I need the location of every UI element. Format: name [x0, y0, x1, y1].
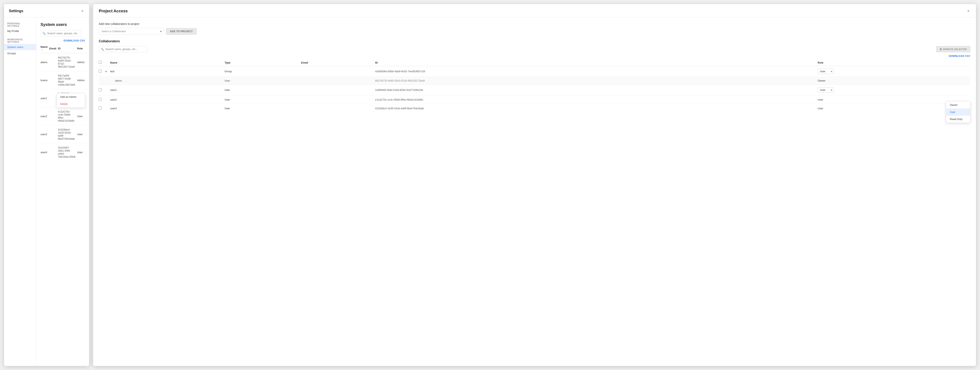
expand-cell	[105, 95, 110, 104]
sub-email	[301, 77, 375, 85]
collab-email	[301, 95, 375, 104]
user-email	[49, 71, 58, 89]
collab-download-csv-button[interactable]: DOWNLOAD CSV	[949, 55, 970, 57]
role-select[interactable]: User	[818, 68, 834, 74]
row-menu-button[interactable]: ⋮	[86, 114, 89, 119]
user-menu-cell	[86, 53, 89, 71]
row-menu-button[interactable]: ⋮	[86, 132, 89, 137]
collab-table: Name ↑ Type Email ID Role ▾ test Group 4…	[99, 59, 970, 113]
collab-id: 1e90945f-4fad-519d-8282-0cd77e5fe15b	[375, 85, 818, 95]
user-role: Admin	[77, 71, 86, 89]
user-menu-cell: ⋮	[86, 143, 89, 161]
role-select[interactable]: User	[818, 87, 834, 93]
user-menu-cell: ⋮	[86, 107, 89, 125]
expand-cell	[105, 104, 110, 113]
row-menu-button[interactable]: ⋮	[86, 95, 89, 101]
row-checkbox[interactable]	[99, 98, 102, 101]
expand-button[interactable]: ▾	[105, 70, 107, 73]
role-text: User	[818, 98, 823, 101]
row-checkbox-cell	[99, 85, 105, 95]
user-role: Admin	[77, 53, 86, 71]
col-email: Email	[301, 59, 375, 66]
user-email	[49, 107, 58, 125]
collab-name: user3	[110, 104, 224, 113]
role-select-wrap: User	[818, 68, 834, 74]
col-name: Name ↑	[110, 59, 224, 66]
project-title: Project Access	[99, 9, 128, 13]
add-to-project-button[interactable]: ADD TO PROJECT	[166, 28, 197, 35]
row-checkbox[interactable]	[99, 106, 102, 110]
add-collab-section: Add new collaborators to project Select …	[99, 22, 970, 35]
sub-id: 66276276-4e85-50a3-87a2-f99135171be8	[375, 77, 818, 85]
context-menu-delete[interactable]: Delete	[57, 100, 85, 108]
list-item: user3 User 41528dc4-1b35-541b-bd9f-f8a47…	[99, 104, 970, 113]
collab-select[interactable]: Select a Collaborator	[99, 28, 164, 35]
user-email	[49, 143, 58, 161]
settings-nav: Personal Settings My Profile Workspace S…	[4, 17, 37, 366]
collab-search-wrap: 🔍	[99, 46, 147, 52]
table-row: truera 59c7a40f-d827-51d8-98a6-c469c29b7…	[40, 71, 89, 89]
user-name: user2	[40, 107, 49, 125]
collab-email	[301, 66, 375, 77]
select-all-checkbox[interactable]	[99, 61, 102, 64]
user-email	[49, 125, 58, 143]
sort-arrow-name: ↑	[118, 61, 119, 64]
row-menu-button[interactable]: ⋮	[86, 78, 89, 83]
user-name: ailens	[40, 53, 49, 71]
role-option-user[interactable]: User	[946, 108, 970, 116]
collab-role: User	[818, 66, 970, 77]
role-text: User	[818, 107, 823, 110]
sidebar-item-groups[interactable]: Groups	[4, 50, 36, 57]
project-header: Project Access ×	[93, 4, 976, 17]
collab-type: User	[224, 95, 301, 104]
table-row: user4 f3103397-26b1-54f6-a464-7b616de135…	[40, 143, 89, 161]
search-icon: 🔍	[43, 32, 46, 35]
collab-type: Group	[224, 66, 301, 77]
collab-search-icon: 🔍	[101, 48, 104, 51]
collaborators-section: Collaborators 🔍 🗑 REMOVE SELECTED DOWNLO…	[99, 40, 970, 113]
user-id: e11d170c-cc4c-55b9-9f5e-f46d21416d9c	[58, 107, 77, 125]
col-checkbox	[99, 59, 105, 66]
user-role: User	[77, 107, 86, 125]
expand-cell: ▾	[105, 66, 110, 77]
search-wrap: 🔍	[40, 30, 85, 37]
list-item: ▾ test Group 43d0006d-d566-4ab9-9c92-7ee…	[99, 66, 970, 77]
col-role: Role	[818, 59, 970, 66]
collab-id: 43d0006d-d566-4ab9-9c92-7ee063657c26	[375, 66, 818, 77]
collab-email	[301, 85, 375, 95]
row-checkbox[interactable]	[99, 70, 102, 73]
collab-id: e11d170c-cc4c-55b9-9f5e-f46d21416d9c	[375, 95, 818, 104]
role-select-wrap: User	[818, 87, 834, 93]
sidebar-item-my-profile[interactable]: My Profile	[4, 28, 36, 34]
remove-selected-button[interactable]: 🗑 REMOVE SELECTED	[936, 46, 970, 52]
search-input[interactable]	[40, 30, 81, 37]
collab-type: User	[224, 85, 301, 95]
role-option-owner[interactable]: Owner	[946, 102, 970, 108]
sidebar-item-system-users[interactable]: System users	[4, 44, 36, 50]
collab-search-input[interactable]	[99, 46, 147, 52]
col-name: Name ↑	[40, 44, 49, 53]
role-option-readonly[interactable]: Read-Only	[946, 116, 970, 123]
settings-close-button[interactable]: ×	[80, 8, 84, 14]
collab-toolbar: 🔍 🗑 REMOVE SELECTED	[99, 46, 970, 52]
collab-email	[301, 104, 375, 113]
context-menu-add-admin[interactable]: Add as Admin	[57, 93, 85, 100]
context-menu: Add as Admin Delete	[57, 93, 85, 108]
row-checkbox[interactable]	[99, 88, 102, 91]
settings-body: Personal Settings My Profile Workspace S…	[4, 17, 89, 366]
sub-checkbox-cell	[99, 77, 105, 85]
collab-select-wrap: Select a Collaborator ▾	[99, 28, 164, 35]
table-row: ailens 66276276-4e85-50a3-87a2-f99135171…	[40, 53, 89, 71]
download-csv-button[interactable]: DOWNLOAD CSV	[64, 39, 85, 42]
collab-id: 41528dc4-1b35-541b-bd9f-f8a4744e3dab	[375, 104, 818, 113]
user-menu-cell: ⋮	[86, 125, 89, 143]
trash-icon: 🗑	[940, 48, 942, 51]
col-email: Email	[49, 44, 58, 53]
sub-name: ailens	[110, 77, 224, 85]
expand-cell	[105, 85, 110, 95]
project-close-button[interactable]: ×	[966, 8, 970, 14]
collab-name: user1	[110, 85, 224, 95]
row-menu-button[interactable]: ⋮	[86, 149, 89, 155]
user-email	[49, 53, 58, 71]
collab-name: user2	[110, 95, 224, 104]
